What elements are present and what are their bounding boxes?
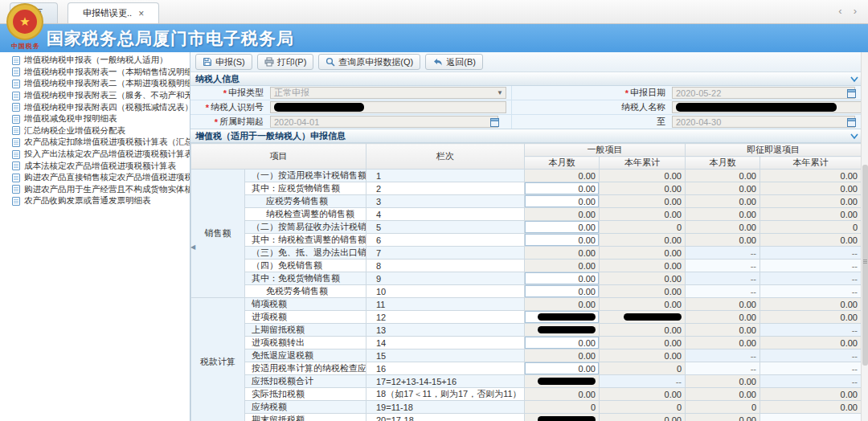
sidebar-item-5[interactable]: 增值税纳税申报表附表四（税额抵减情况表） — [0, 101, 190, 113]
row-group-label: 税款计算 — [191, 298, 245, 421]
taxpayer-id-input[interactable] — [270, 101, 506, 113]
value-cell: 0.00 — [600, 324, 686, 337]
row-item-label: 其中：纳税检查调整的销售额 — [245, 234, 366, 247]
value-cell: 0.00 — [600, 388, 686, 401]
document-icon — [12, 103, 20, 112]
declare-date-label: 申报日期 — [630, 87, 665, 99]
back-button[interactable]: 返回(B) — [425, 54, 483, 70]
declare-type-select[interactable]: 正常申报 ▼ — [270, 87, 506, 99]
calendar-icon[interactable] — [847, 117, 856, 129]
value-cell: -- — [760, 349, 862, 362]
period-end-label: 至 — [657, 116, 665, 128]
document-icon — [12, 161, 20, 170]
col-header-month: 本月数 — [686, 157, 760, 170]
table-row: 实际抵扣税额18（如17＜11，则为17，否则为11）0.000.000.000… — [191, 388, 862, 401]
redaction-bar — [676, 103, 837, 112]
value-cell-editable[interactable]: 0.00 — [525, 337, 600, 349]
taxpayer-info-section-header[interactable]: 纳税人信息 — [190, 72, 868, 86]
row-item-label: 其中：免税货物销售额 — [245, 272, 366, 285]
calendar-icon[interactable] — [490, 117, 499, 129]
value-cell-editable[interactable]: 0.00 — [525, 221, 600, 234]
print-icon — [264, 57, 274, 67]
value-cell: -- — [760, 414, 862, 421]
sidebar-item-6[interactable]: 增值税减免税申报明细表 — [0, 113, 190, 125]
value-cell-editable[interactable]: 0.00 — [525, 285, 600, 298]
sidebar-item-1[interactable]: 增值税纳税申报表（一般纳税人适用） — [0, 55, 190, 67]
sidebar-collapse-arrow-icon[interactable]: ◀ — [190, 243, 195, 251]
period-start-input[interactable]: 2020-04-01 — [270, 116, 498, 128]
scrollbar-thumb[interactable] — [862, 165, 868, 366]
sidebar-item-13[interactable]: 农产品收购发票或普通发票明细表 — [0, 195, 190, 207]
tab-declare-error-label: 申报错误更.. — [83, 7, 132, 19]
collapse-chevron-icon[interactable] — [850, 132, 858, 141]
row-column-number: 13 — [366, 324, 525, 337]
value-cell: 0.00 — [686, 182, 760, 195]
row-item-label: 免税劳务销售额 — [245, 285, 366, 298]
row-item-label: 其中：应税货物销售额 — [245, 182, 366, 195]
sidebar-item-3[interactable]: 增值税纳税申报表附表二（本期进项税额明细表） — [0, 78, 190, 90]
row-item-label: 应税劳务销售额 — [245, 195, 366, 208]
sidebar-item-label: 增值税纳税申报表附表一（本期销售情况明细表） — [24, 67, 190, 78]
sidebar-item-label: 购进农产品直接销售核定农产品增值税进项税额计算表 — [24, 172, 190, 183]
value-cell: 0.00 — [686, 298, 760, 311]
sidebar-item-label: 农产品核定扣除增值税进项税额计算表（汇总表） — [24, 137, 190, 148]
value-cell — [525, 375, 600, 388]
col-header-column: 栏次 — [366, 144, 525, 170]
sidebar-item-2[interactable]: 增值税纳税申报表附表一（本期销售情况明细表） — [0, 67, 190, 79]
value-cell: 0.00 — [525, 388, 600, 401]
document-icon — [12, 174, 20, 182]
declare-date-input[interactable]: 2020-05-22 — [672, 87, 855, 99]
col-header-item: 项目 — [191, 144, 366, 170]
tab-declare-error[interactable]: 申报错误更.. × — [68, 2, 159, 23]
sidebar-item-9[interactable]: 投入产出法核定农产品增值税进项税额计算表 — [0, 149, 190, 161]
sidebar-item-7[interactable]: 汇总纳税企业增值税分配表 — [0, 125, 190, 137]
value-cell-editable[interactable]: 0.00 — [525, 195, 600, 208]
redaction-bar — [538, 416, 596, 421]
value-cell: 0.00 — [600, 195, 686, 208]
period-start-label: 所属时期起 — [219, 116, 264, 128]
value-cell: 0.00 — [525, 298, 600, 311]
vat-declaration-section-header[interactable]: 增值税（适用于一般纳税人）申报信息 — [190, 129, 868, 143]
site-title: 国家税务总局厦门市电子税务局 — [47, 27, 294, 50]
tab-nav-next-icon[interactable]: › — [854, 5, 857, 17]
value-cell-editable[interactable] — [525, 311, 600, 324]
print-button[interactable]: 打印(P) — [257, 54, 314, 70]
sidebar-item-12[interactable]: 购进农产品用于生产经营且不构成货物实体核定农产品 — [0, 184, 190, 196]
value-cell: 0.00 — [686, 208, 760, 221]
value-cell: 0.00 — [600, 234, 686, 247]
row-column-number: 16 — [366, 362, 525, 375]
sidebar-item-8[interactable]: 农产品核定扣除增值税进项税额计算表（汇总表） — [0, 137, 190, 149]
value-cell: 0 — [525, 401, 600, 414]
value-cell-editable[interactable]: 0.00 — [525, 182, 600, 195]
table-row: 其中：纳税检查调整的销售额60.000.000.000.00 — [191, 234, 862, 247]
value-cell: 0.00 — [600, 337, 686, 349]
sidebar-item-10[interactable]: 成本法核定农产品增值税进项税额计算表 — [0, 160, 190, 172]
taxpayer-name-label: 纳税人名称 — [621, 101, 665, 113]
value-cell-editable[interactable]: 0.00 — [525, 234, 600, 247]
row-item-label: （四）免税销售额 — [245, 260, 366, 272]
vertical-scrollbar[interactable] — [861, 52, 868, 421]
tab-close-icon[interactable]: × — [138, 9, 144, 18]
declare-button[interactable]: 申报(S) — [195, 54, 252, 70]
value-cell-editable[interactable]: 0.00 — [525, 272, 600, 285]
table-row: 其中：免税货物销售额90.000.00---- — [191, 272, 862, 285]
sidebar-item-label: 农产品收购发票或普通发票明细表 — [24, 195, 151, 206]
sidebar-item-4[interactable]: 增值税纳税申报表附表三（服务、不动产和无形资产） — [0, 90, 190, 102]
calendar-icon[interactable] — [847, 88, 856, 100]
query-original-declaration-button[interactable]: 查询原申报数据(Q) — [318, 54, 420, 70]
value-cell-editable[interactable]: 0.00 — [525, 362, 600, 375]
value-cell: 0.00 — [760, 401, 862, 414]
value-cell: 0.00 — [600, 414, 686, 421]
document-icon — [12, 197, 20, 206]
row-column-number: 17=12+13-14-15+16 — [366, 375, 525, 388]
tab-nav-prev-icon[interactable]: ‹ — [838, 5, 841, 17]
table-row: 免税劳务销售额100.000.00---- — [191, 285, 862, 298]
period-end-input[interactable]: 2020-04-30 — [672, 116, 855, 128]
row-item-label: （一）按适用税率计税销售额 — [245, 170, 366, 182]
taxpayer-name-input[interactable] — [672, 101, 863, 113]
collapse-chevron-icon[interactable] — [850, 75, 858, 84]
sidebar-item-11[interactable]: 购进农产品直接销售核定农产品增值税进项税额计算表 — [0, 172, 190, 184]
site-header: ★ 中国税务 国家税务总局厦门市电子税务局 — [0, 24, 868, 52]
value-cell: 0.00 — [760, 195, 862, 208]
tax-bureau-emblem-icon: ★ — [6, 3, 43, 40]
